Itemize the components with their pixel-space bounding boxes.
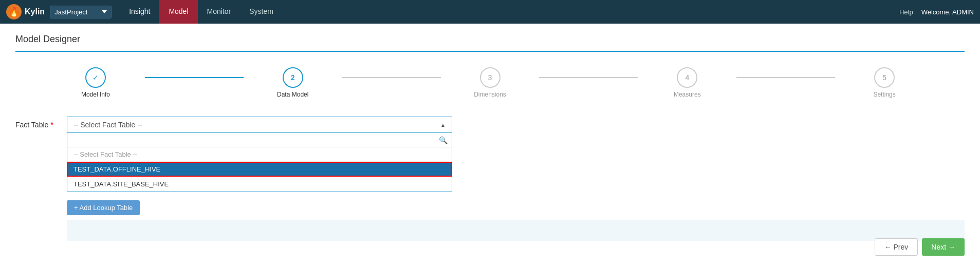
dropdown-option-offline-hive[interactable]: TEST_DATA.OFFLINE_HIVE xyxy=(67,162,452,177)
dropdown-arrow-icon: ▲ xyxy=(440,122,446,128)
nav-right: Help Welcome, ADMIN xyxy=(899,8,974,16)
nav-monitor[interactable]: Monitor xyxy=(198,0,241,24)
page-content: Model Designer ✓ Model Info 2 Data Model… xyxy=(0,24,980,266)
nav-links: Insight Model Monitor System xyxy=(120,0,283,24)
help-button[interactable]: Help xyxy=(899,8,913,16)
lookup-area xyxy=(67,220,965,241)
dropdown-option-placeholder[interactable]: -- Select Fact Table -- xyxy=(67,147,452,162)
dropdown-search-input[interactable] xyxy=(71,135,439,145)
welcome-text: Welcome, ADMIN xyxy=(921,8,974,16)
step-line-3 xyxy=(539,77,638,78)
step-model-info: ✓ Model Info xyxy=(46,67,145,98)
form-section: Fact Table * -- Select Fact Table -- ▲ 🔍… xyxy=(15,117,965,192)
step-settings: 5 Settings xyxy=(835,67,934,98)
step-label-1: Model Info xyxy=(81,91,110,98)
step-circle-2: 2 xyxy=(283,67,303,88)
brand-name: Kylin xyxy=(25,7,45,16)
navbar: 🔥 Kylin JastProject Insight Model Monito… xyxy=(0,0,980,24)
dropdown-container: -- Select Fact Table -- ▲ 🔍 -- Select Fa… xyxy=(67,117,452,192)
fact-table-label: Fact Table * xyxy=(15,117,57,129)
dropdown-open-panel: 🔍 -- Select Fact Table -- TEST_DATA.OFFL… xyxy=(67,132,452,192)
bottom-buttons: ← Prev Next → xyxy=(875,238,965,256)
step-data-model: 2 Data Model xyxy=(244,67,342,98)
step-measures: 4 Measures xyxy=(638,67,736,98)
add-lookup-table-button[interactable]: + Add Lookup Table xyxy=(67,200,140,215)
nav-insight[interactable]: Insight xyxy=(120,0,159,24)
nav-system[interactable]: System xyxy=(240,0,283,24)
fact-table-dropdown-trigger[interactable]: -- Select Fact Table -- ▲ xyxy=(67,117,452,132)
stepper: ✓ Model Info 2 Data Model 3 Dimensions 4… xyxy=(15,67,965,98)
page-title: Model Designer xyxy=(15,34,965,52)
step-label-2: Data Model xyxy=(277,91,308,98)
prev-button[interactable]: ← Prev xyxy=(875,238,918,256)
dropdown-selected-text: -- Select Fact Table -- xyxy=(73,121,142,129)
brand: 🔥 Kylin xyxy=(6,4,45,20)
dropdown-search-row: 🔍 xyxy=(67,133,452,147)
step-circle-4: 4 xyxy=(677,67,697,88)
step-circle-5: 5 xyxy=(874,67,895,88)
step-circle-1: ✓ xyxy=(85,67,106,88)
step-dimensions: 3 Dimensions xyxy=(441,67,540,98)
step-line-4 xyxy=(736,77,835,78)
dropdown-option-site-base-hive[interactable]: TEST_DATA.SITE_BASE_HIVE xyxy=(67,177,452,192)
nav-model[interactable]: Model xyxy=(159,0,197,24)
next-button[interactable]: Next → xyxy=(922,238,965,256)
step-line-1 xyxy=(145,77,244,78)
step-label-4: Measures xyxy=(674,91,701,98)
kylin-logo-icon: 🔥 xyxy=(6,4,22,20)
step-circle-3: 3 xyxy=(480,67,501,88)
lookup-table-section: + Add Lookup Table xyxy=(15,196,965,241)
required-indicator: * xyxy=(50,121,53,129)
step-label-5: Settings xyxy=(873,91,895,98)
step-line-2 xyxy=(342,77,441,78)
step-label-3: Dimensions xyxy=(474,91,506,98)
search-icon: 🔍 xyxy=(439,136,448,144)
project-select[interactable]: JastProject xyxy=(50,6,112,18)
